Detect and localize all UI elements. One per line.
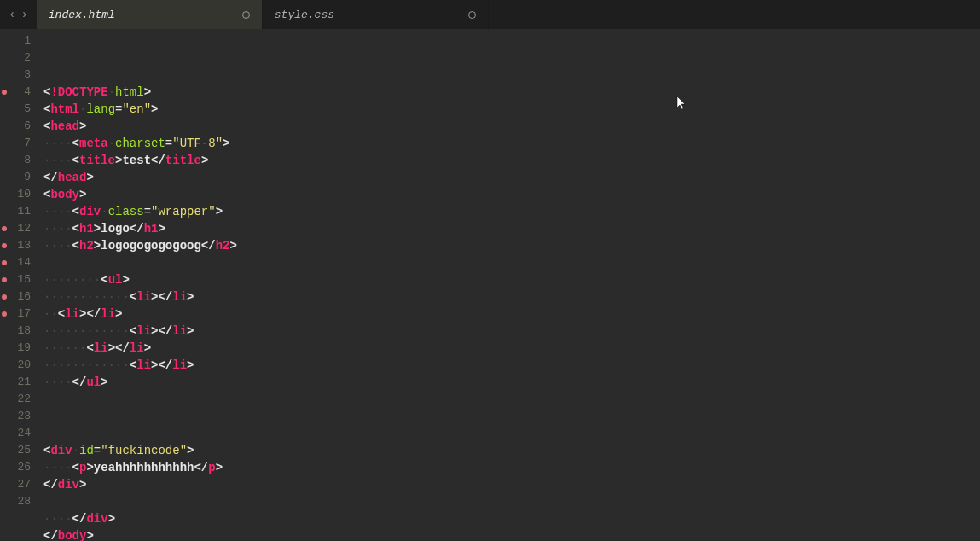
gutter-mark-icon [2, 90, 7, 95]
gutter-mark-icon [2, 243, 7, 248]
tab-index-html[interactable]: index.html [37, 0, 263, 29]
line-number: 8 [0, 152, 38, 169]
code-line[interactable] [43, 425, 980, 442]
code-line[interactable]: ····<div·class="wrapper"> [43, 203, 980, 220]
code-line[interactable]: ····</div> [43, 510, 980, 527]
line-number: 19 [0, 340, 38, 357]
code-line[interactable]: </body> [43, 527, 980, 541]
code-line[interactable]: ····<h1>logo</h1> [43, 220, 980, 237]
line-number: 14 [0, 254, 38, 271]
line-number: 6 [0, 118, 38, 135]
code-line[interactable]: ····<p>yeahhhhhhhhhhh</p> [43, 459, 980, 476]
gutter-mark-icon [2, 277, 7, 282]
code-line[interactable]: ··<li></li> [43, 305, 980, 323]
code-line[interactable]: <body> [43, 186, 980, 203]
code-line[interactable]: ······<li></li> [43, 340, 980, 357]
line-number: 10 [0, 186, 38, 203]
line-number: 5 [0, 101, 38, 118]
editor: 1234567891011121314151617181920212223242… [0, 29, 980, 541]
tab-label: index.html [49, 9, 115, 21]
modified-indicator-icon [468, 11, 476, 19]
line-number: 9 [0, 169, 38, 186]
code-line[interactable]: ····<h2>logogogogogoog</h2> [43, 237, 980, 254]
gutter-mark-icon [2, 226, 7, 231]
line-number: 21 [0, 374, 38, 391]
line-number: 25 [0, 442, 38, 459]
gutter-mark-icon [2, 311, 7, 317]
gutter-mark-icon [2, 260, 7, 265]
line-number: 20 [0, 357, 38, 374]
line-number: 3 [0, 67, 38, 84]
code-line[interactable] [43, 254, 980, 271]
line-number: 27 [0, 476, 38, 493]
line-number: 24 [0, 425, 38, 442]
line-number: 11 [0, 203, 38, 220]
line-number: 7 [0, 135, 38, 152]
line-number: 18 [0, 323, 38, 340]
code-line[interactable]: ············<li></li> [43, 323, 980, 340]
line-number: 15 [0, 271, 38, 288]
line-number: 2 [0, 49, 38, 67]
line-number: 16 [0, 288, 38, 305]
code-line[interactable]: ············<li></li> [43, 357, 980, 374]
line-number: 1 [0, 32, 38, 49]
tab-style-css[interactable]: style.css [263, 0, 489, 29]
nav-forward-icon[interactable]: › [19, 8, 29, 21]
code-line[interactable]: <!DOCTYPE·html> [43, 84, 980, 101]
code-area[interactable]: <!DOCTYPE·html><html·lang="en"><head>···… [38, 29, 980, 541]
line-number: 23 [0, 408, 38, 425]
code-line[interactable]: </div> [43, 476, 980, 493]
code-line[interactable]: <html·lang="en"> [43, 101, 980, 118]
code-line[interactable]: ····<meta·charset="UTF-8"> [43, 135, 980, 152]
nav-arrows: ‹ › [0, 0, 37, 29]
code-line[interactable]: <div·id="fuckincode"> [43, 442, 980, 459]
gutter-mark-icon [2, 294, 7, 300]
line-number: 28 [0, 493, 38, 510]
line-number: 22 [0, 391, 38, 408]
code-line[interactable]: ····<title>test</title> [43, 152, 980, 169]
gutter: 1234567891011121314151617181920212223242… [0, 29, 38, 541]
line-number: 12 [0, 220, 38, 237]
line-number: 4 [0, 84, 38, 101]
code-line[interactable]: ············<li></li> [43, 288, 980, 305]
code-line[interactable] [43, 408, 980, 425]
code-line[interactable]: ····</ul> [43, 374, 980, 391]
code-line[interactable]: ········<ul> [43, 271, 980, 288]
line-number: 17 [0, 305, 38, 323]
tab-bar: ‹ › index.html style.css [0, 0, 980, 29]
code-line[interactable] [43, 391, 980, 408]
line-number: 13 [0, 237, 38, 254]
code-line[interactable]: <head> [43, 118, 980, 135]
tab-label: style.css [275, 9, 334, 21]
nav-back-icon[interactable]: ‹ [7, 8, 17, 21]
code-line[interactable] [43, 493, 980, 510]
modified-indicator-icon [242, 11, 250, 19]
line-number: 26 [0, 459, 38, 476]
code-line[interactable]: </head> [43, 169, 980, 186]
